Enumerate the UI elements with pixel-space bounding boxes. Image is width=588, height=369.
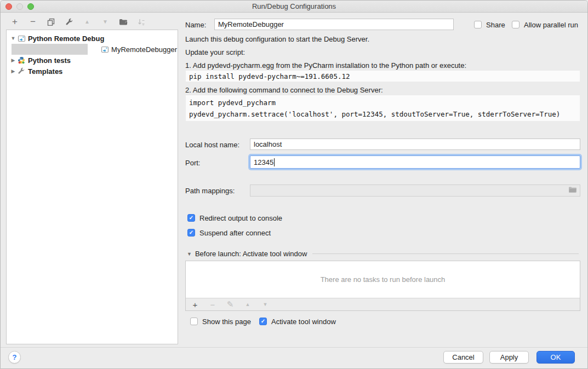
redirect-output-label: Redirect output to console — [199, 214, 282, 222]
step-2-text: 2. Add the following command to connect … — [185, 86, 383, 94]
run-configuration-icon — [17, 34, 26, 43]
configurations-tree: ▼ Python Remote Debug MyRemoteDebugger ▶… — [6, 30, 178, 344]
help-button[interactable]: ? — [8, 351, 21, 364]
python-tests-icon — [17, 56, 26, 65]
tree-item-label: Templates — [28, 67, 62, 76]
local-host-name-input[interactable] — [250, 139, 580, 150]
settrace-code-block[interactable]: import pydevd_pycharmpydevd_pycharm.sett… — [185, 95, 580, 122]
chevron-down-icon[interactable]: ▼ — [187, 251, 192, 257]
edit-task-icon: ✎ — [226, 299, 234, 309]
move-up-icon: ▲ — [83, 18, 92, 26]
chevron-down-icon[interactable]: ▼ — [10, 36, 16, 41]
copy-configuration-icon[interactable] — [47, 18, 55, 26]
tree-item-python-remote-debug[interactable]: ▼ Python Remote Debug — [7, 33, 177, 44]
show-this-page-label: Show this page — [202, 318, 251, 326]
check-icon: ✓ — [189, 214, 193, 222]
activate-tool-window-row: ✓ Activate tool window — [259, 317, 336, 326]
port-label: Port: — [185, 159, 200, 167]
suspend-after-connect-label: Suspend after connect — [199, 229, 271, 237]
browse-folder-icon[interactable] — [568, 186, 577, 195]
window-title: Run/Debug Configurations — [1, 2, 587, 10]
run-debug-configurations-dialog: Run/Debug Configurations + − ▲ ▼ ▼ Pytho… — [0, 0, 588, 369]
intro-line-2: Update your script: — [185, 48, 245, 56]
port-input[interactable]: 12345 — [250, 155, 580, 169]
remove-configuration-icon[interactable]: − — [28, 18, 37, 26]
port-value: 12345 — [254, 158, 273, 166]
tree-item-label: Python tests — [28, 56, 71, 65]
allow-parallel-run-checkbox[interactable] — [512, 21, 520, 28]
check-icon: ✓ — [189, 229, 193, 237]
run-configuration-icon — [100, 45, 109, 54]
tree-item-label: MyRemoteDebugger — [111, 45, 177, 54]
apply-button[interactable]: Apply — [489, 351, 529, 364]
activate-tool-window-label: Activate tool window — [271, 318, 336, 326]
remove-task-icon: − — [209, 300, 216, 309]
tree-item-python-tests[interactable]: ▶ Python tests — [7, 55, 177, 66]
ok-button-label: OK — [551, 353, 561, 361]
chevron-right-icon[interactable]: ▶ — [10, 68, 16, 74]
cancel-button[interactable]: Cancel — [443, 351, 483, 364]
title-bar: Run/Debug Configurations — [1, 1, 587, 13]
activate-tool-window-checkbox[interactable]: ✓ — [259, 318, 267, 325]
cancel-button-label: Cancel — [452, 353, 474, 361]
move-task-up-icon: ▲ — [244, 302, 252, 307]
path-mappings-label: Path mappings: — [185, 187, 235, 195]
show-this-page-row: Show this page — [190, 317, 251, 326]
code-line-2: pydevd_pycharm.settrace('localhost', por… — [189, 110, 560, 118]
before-launch-tasks-panel: There are no tasks to run before launch … — [185, 261, 580, 311]
no-tasks-message: There are no tasks to run before launch — [186, 261, 580, 298]
tree-item-templates[interactable]: ▶ Templates — [7, 66, 177, 77]
before-launch-section-header[interactable]: ▼ Before launch: Activate tool window — [187, 250, 579, 258]
share-checkbox-row: Share — [474, 20, 505, 29]
allow-parallel-run-checkbox-row: Allow parallel run — [512, 20, 578, 29]
check-icon: ✓ — [261, 318, 265, 325]
path-mappings-input[interactable] — [250, 184, 580, 197]
redirect-output-row: ✓ Redirect output to console — [187, 214, 282, 222]
tree-item-label: Python Remote Debug — [28, 34, 104, 43]
footer-divider — [1, 347, 587, 348]
edit-defaults-icon[interactable] — [65, 18, 73, 26]
add-task-icon[interactable]: + — [191, 300, 199, 309]
tasks-toolbar: + − ✎ ▲ ▼ — [186, 298, 580, 310]
text-cursor — [274, 158, 275, 166]
suspend-after-connect-checkbox[interactable]: ✓ — [187, 229, 195, 237]
selection-highlight — [12, 44, 88, 55]
code-line-1: import pydevd_pycharm — [189, 99, 276, 107]
name-input[interactable] — [214, 19, 454, 30]
show-this-page-checkbox[interactable] — [190, 318, 198, 325]
chevron-right-icon[interactable]: ▶ — [10, 57, 16, 63]
tree-item-myremotedebugger[interactable]: MyRemoteDebugger — [7, 44, 177, 55]
new-folder-icon[interactable] — [119, 18, 128, 26]
section-divider — [312, 253, 579, 254]
add-configuration-icon[interactable]: + — [10, 18, 19, 26]
suspend-after-connect-row: ✓ Suspend after connect — [187, 228, 271, 237]
move-task-down-icon: ▼ — [261, 302, 269, 307]
redirect-output-checkbox[interactable]: ✓ — [187, 214, 195, 222]
pip-install-command[interactable]: pip install pydevd-pycharm~=191.6605.12 — [185, 70, 580, 82]
before-launch-label: Before launch: Activate tool window — [195, 250, 307, 258]
wrench-icon — [17, 67, 26, 76]
apply-button-label: Apply — [500, 353, 518, 361]
intro-line-1: Launch this debug configuration to start… — [185, 35, 369, 43]
help-icon: ? — [13, 353, 17, 361]
step-1-text: 1. Add pydevd-pycharm.egg from the PyCha… — [185, 61, 466, 70]
name-label: Name: — [185, 21, 206, 29]
share-label: Share — [486, 21, 505, 29]
local-host-name-label: Local host name: — [185, 141, 239, 149]
allow-parallel-run-label: Allow parallel run — [524, 21, 578, 29]
ok-button[interactable]: OK — [536, 351, 575, 364]
configurations-toolbar: + − ▲ ▼ — [10, 16, 146, 27]
sort-alphabetically-icon — [137, 18, 146, 26]
share-checkbox[interactable] — [474, 21, 482, 28]
move-down-icon: ▼ — [101, 18, 110, 26]
